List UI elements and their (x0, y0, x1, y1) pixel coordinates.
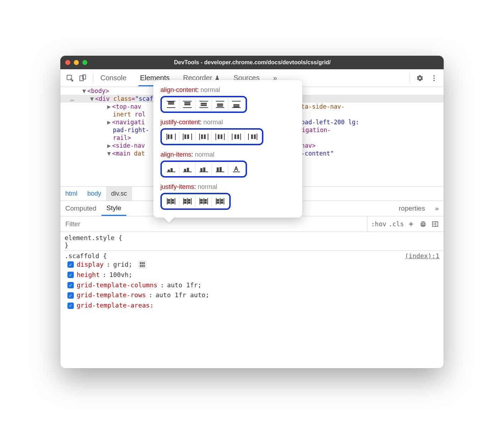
subtab-properties[interactable]: roperties (394, 201, 430, 216)
grid-editor-option-icon[interactable] (212, 195, 228, 207)
property-name[interactable]: grid-template-rows (77, 290, 146, 300)
svg-rect-70 (217, 168, 219, 172)
svg-rect-61 (168, 170, 170, 172)
stylesheet-link[interactable]: (index):1 (405, 252, 444, 260)
svg-rect-101 (221, 202, 223, 203)
subtab-computed[interactable]: Computed (60, 201, 102, 216)
svg-rect-62 (171, 168, 172, 172)
grid-editor-option-icon[interactable] (196, 131, 212, 143)
window-title: DevTools - developer.chrome.com/docs/dev… (66, 59, 439, 66)
grid-editor-option-icon[interactable] (179, 195, 196, 207)
grid-editor-property-label: justify-items: normal (160, 183, 295, 191)
rule-selector[interactable]: .scaffold { (65, 252, 444, 260)
grid-editor-option-icon[interactable] (179, 131, 196, 143)
grid-editor-option-icon[interactable]: A (228, 163, 245, 175)
svg-rect-12 (143, 262, 145, 264)
hov-toggle[interactable]: :hov (371, 220, 386, 228)
settings-gear-icon[interactable] (415, 74, 424, 83)
property-value[interactable]: auto 1fr; (167, 280, 202, 290)
property-name[interactable]: height (77, 270, 100, 280)
crumb-html[interactable]: html (60, 187, 82, 201)
tab-console[interactable]: Console (99, 70, 128, 86)
property-value[interactable]: grid; (113, 260, 132, 270)
svg-rect-55 (237, 135, 239, 139)
svg-rect-39 (171, 135, 172, 139)
svg-rect-26 (201, 103, 207, 104)
new-style-rule-icon[interactable] (406, 219, 416, 229)
property-value[interactable]: 100vh; (109, 270, 132, 280)
print-icon[interactable] (418, 219, 428, 229)
grid-editor-icon[interactable] (138, 260, 147, 269)
svg-rect-59 (254, 135, 256, 139)
svg-rect-54 (235, 135, 236, 139)
devtools-window: DevTools - developer.chrome.com/docs/dev… (60, 56, 444, 368)
svg-rect-50 (218, 135, 219, 139)
css-property-row[interactable]: ✓grid-template-rows: auto 1fr auto; (65, 290, 444, 300)
subtabs-overflow[interactable]: » (430, 201, 444, 216)
property-checkbox[interactable]: ✓ (67, 303, 74, 309)
styles-filter-input[interactable] (60, 216, 367, 232)
css-property-row[interactable]: ✓grid-template-areas: (65, 300, 444, 311)
svg-point-4 (433, 77, 435, 79)
svg-rect-27 (201, 105, 207, 106)
svg-rect-9 (433, 222, 438, 226)
grid-editor-option-icon[interactable] (212, 163, 228, 175)
svg-rect-13 (140, 265, 141, 267)
svg-rect-51 (221, 135, 222, 139)
svg-rect-15 (143, 265, 145, 267)
grid-editor-icon-strip (160, 193, 231, 210)
grid-editor-property-label: justify-content: normal (160, 119, 295, 126)
separator (93, 73, 93, 83)
svg-rect-85 (188, 199, 190, 201)
svg-rect-7 (422, 222, 424, 223)
crumb-div-scaffold[interactable]: div.sc (106, 187, 132, 201)
crumb-body[interactable]: body (82, 187, 106, 201)
grid-editor-option-icon[interactable] (196, 98, 212, 110)
property-checkbox[interactable]: ✓ (67, 261, 74, 268)
svg-rect-92 (204, 199, 207, 201)
kebab-menu-icon[interactable] (429, 74, 439, 83)
cls-toggle[interactable]: .cls (389, 220, 404, 228)
svg-rect-42 (185, 135, 186, 139)
grid-editor-row: justify-content: normal (160, 119, 295, 145)
grid-editor-option-icon[interactable] (245, 131, 261, 143)
grid-editor-option-icon[interactable] (212, 98, 228, 110)
grid-editor-option-icon[interactable] (163, 131, 179, 143)
svg-rect-93 (201, 202, 203, 203)
svg-text:A: A (234, 166, 238, 172)
css-property-row[interactable]: ✓display: grid; (65, 260, 444, 270)
svg-rect-77 (168, 199, 170, 201)
svg-rect-64 (184, 169, 186, 172)
grid-editor-option-icon[interactable] (179, 163, 196, 175)
grid-editor-option-icon[interactable] (179, 98, 196, 110)
svg-rect-100 (217, 202, 219, 203)
grid-editor-option-icon[interactable] (196, 195, 212, 207)
grid-editor-option-icon[interactable] (228, 98, 245, 110)
device-toggle-icon[interactable] (78, 74, 87, 83)
property-value[interactable]: auto 1fr auto; (155, 290, 209, 300)
inspect-element-icon[interactable] (65, 74, 75, 83)
element-style-rule[interactable]: element.style { (65, 234, 444, 241)
grid-editor-option-icon[interactable] (163, 163, 179, 175)
grid-editor-row: align-items: normalA (160, 151, 295, 178)
svg-rect-10 (140, 262, 141, 264)
property-name[interactable]: grid-template-columns (77, 280, 158, 290)
svg-rect-30 (217, 104, 223, 105)
property-checkbox[interactable]: ✓ (67, 272, 74, 278)
property-name[interactable]: display (77, 260, 104, 270)
css-property-row[interactable]: ✓grid-template-columns: auto 1fr; (65, 280, 444, 290)
grid-editor-option-icon[interactable] (212, 131, 228, 143)
grid-editor-option-icon[interactable] (196, 163, 212, 175)
grid-editor-row: justify-items: normal (160, 183, 295, 210)
css-property-row[interactable]: ✓height: 100vh; (65, 270, 444, 280)
svg-rect-19 (168, 103, 174, 104)
grid-editor-option-icon[interactable] (163, 98, 179, 110)
subtab-styles[interactable]: Style (102, 201, 126, 216)
grid-editor-option-icon[interactable] (228, 131, 245, 143)
property-checkbox[interactable]: ✓ (67, 282, 74, 288)
titlebar: DevTools - developer.chrome.com/docs/dev… (60, 56, 444, 69)
property-name[interactable]: grid-template-areas: (77, 300, 154, 311)
grid-editor-option-icon[interactable] (163, 195, 179, 207)
property-checkbox[interactable]: ✓ (67, 292, 74, 299)
toggle-sidebar-icon[interactable] (430, 219, 440, 229)
